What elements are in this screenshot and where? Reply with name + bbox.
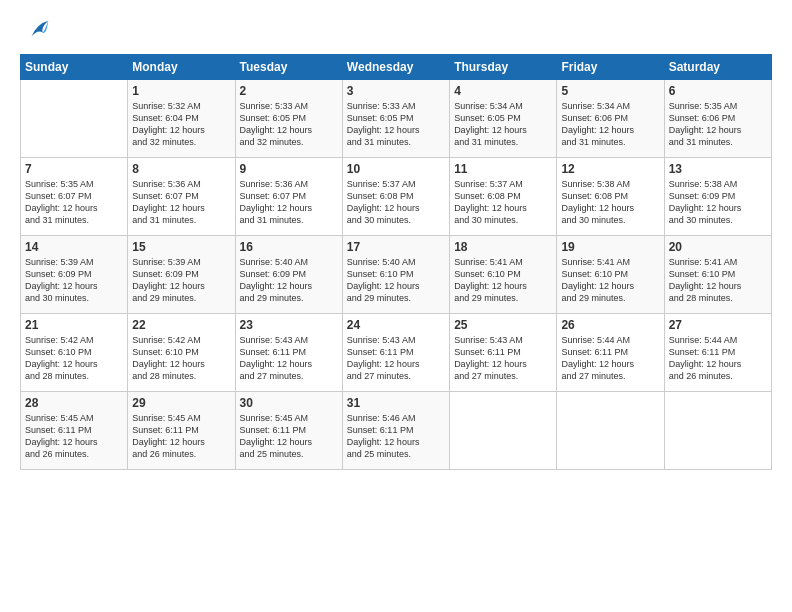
day-number: 8 bbox=[132, 162, 230, 176]
calendar-cell: 21Sunrise: 5:42 AM Sunset: 6:10 PM Dayli… bbox=[21, 314, 128, 392]
cell-info: Sunrise: 5:43 AM Sunset: 6:11 PM Dayligh… bbox=[240, 334, 338, 383]
cell-info: Sunrise: 5:39 AM Sunset: 6:09 PM Dayligh… bbox=[25, 256, 123, 305]
cell-info: Sunrise: 5:44 AM Sunset: 6:11 PM Dayligh… bbox=[669, 334, 767, 383]
cell-info: Sunrise: 5:42 AM Sunset: 6:10 PM Dayligh… bbox=[25, 334, 123, 383]
calendar-cell: 26Sunrise: 5:44 AM Sunset: 6:11 PM Dayli… bbox=[557, 314, 664, 392]
day-number: 10 bbox=[347, 162, 445, 176]
day-number: 26 bbox=[561, 318, 659, 332]
week-row-3: 14Sunrise: 5:39 AM Sunset: 6:09 PM Dayli… bbox=[21, 236, 772, 314]
cell-info: Sunrise: 5:34 AM Sunset: 6:06 PM Dayligh… bbox=[561, 100, 659, 149]
day-number: 11 bbox=[454, 162, 552, 176]
cell-info: Sunrise: 5:40 AM Sunset: 6:10 PM Dayligh… bbox=[347, 256, 445, 305]
day-number: 2 bbox=[240, 84, 338, 98]
calendar-cell: 7Sunrise: 5:35 AM Sunset: 6:07 PM Daylig… bbox=[21, 158, 128, 236]
header-thursday: Thursday bbox=[450, 55, 557, 80]
header-sunday: Sunday bbox=[21, 55, 128, 80]
cell-info: Sunrise: 5:45 AM Sunset: 6:11 PM Dayligh… bbox=[240, 412, 338, 461]
day-number: 1 bbox=[132, 84, 230, 98]
page: SundayMondayTuesdayWednesdayThursdayFrid… bbox=[0, 0, 792, 612]
calendar-cell bbox=[664, 392, 771, 470]
cell-info: Sunrise: 5:41 AM Sunset: 6:10 PM Dayligh… bbox=[669, 256, 767, 305]
cell-info: Sunrise: 5:44 AM Sunset: 6:11 PM Dayligh… bbox=[561, 334, 659, 383]
cell-info: Sunrise: 5:33 AM Sunset: 6:05 PM Dayligh… bbox=[240, 100, 338, 149]
cell-info: Sunrise: 5:36 AM Sunset: 6:07 PM Dayligh… bbox=[132, 178, 230, 227]
calendar-cell: 27Sunrise: 5:44 AM Sunset: 6:11 PM Dayli… bbox=[664, 314, 771, 392]
day-number: 16 bbox=[240, 240, 338, 254]
calendar-cell: 24Sunrise: 5:43 AM Sunset: 6:11 PM Dayli… bbox=[342, 314, 449, 392]
day-number: 21 bbox=[25, 318, 123, 332]
calendar-cell: 20Sunrise: 5:41 AM Sunset: 6:10 PM Dayli… bbox=[664, 236, 771, 314]
calendar-cell: 25Sunrise: 5:43 AM Sunset: 6:11 PM Dayli… bbox=[450, 314, 557, 392]
day-number: 31 bbox=[347, 396, 445, 410]
calendar-cell: 3Sunrise: 5:33 AM Sunset: 6:05 PM Daylig… bbox=[342, 80, 449, 158]
day-number: 30 bbox=[240, 396, 338, 410]
calendar-cell: 23Sunrise: 5:43 AM Sunset: 6:11 PM Dayli… bbox=[235, 314, 342, 392]
day-number: 6 bbox=[669, 84, 767, 98]
cell-info: Sunrise: 5:37 AM Sunset: 6:08 PM Dayligh… bbox=[454, 178, 552, 227]
week-row-1: 1Sunrise: 5:32 AM Sunset: 6:04 PM Daylig… bbox=[21, 80, 772, 158]
cell-info: Sunrise: 5:41 AM Sunset: 6:10 PM Dayligh… bbox=[561, 256, 659, 305]
calendar-cell: 13Sunrise: 5:38 AM Sunset: 6:09 PM Dayli… bbox=[664, 158, 771, 236]
cell-info: Sunrise: 5:45 AM Sunset: 6:11 PM Dayligh… bbox=[25, 412, 123, 461]
calendar-cell: 31Sunrise: 5:46 AM Sunset: 6:11 PM Dayli… bbox=[342, 392, 449, 470]
header-wednesday: Wednesday bbox=[342, 55, 449, 80]
calendar-cell bbox=[557, 392, 664, 470]
calendar-cell: 4Sunrise: 5:34 AM Sunset: 6:05 PM Daylig… bbox=[450, 80, 557, 158]
header bbox=[20, 18, 772, 44]
calendar-cell: 1Sunrise: 5:32 AM Sunset: 6:04 PM Daylig… bbox=[128, 80, 235, 158]
day-number: 24 bbox=[347, 318, 445, 332]
day-number: 28 bbox=[25, 396, 123, 410]
cell-info: Sunrise: 5:33 AM Sunset: 6:05 PM Dayligh… bbox=[347, 100, 445, 149]
header-saturday: Saturday bbox=[664, 55, 771, 80]
calendar-cell: 14Sunrise: 5:39 AM Sunset: 6:09 PM Dayli… bbox=[21, 236, 128, 314]
day-number: 3 bbox=[347, 84, 445, 98]
day-number: 23 bbox=[240, 318, 338, 332]
calendar-cell: 19Sunrise: 5:41 AM Sunset: 6:10 PM Dayli… bbox=[557, 236, 664, 314]
calendar-cell bbox=[21, 80, 128, 158]
calendar-cell: 22Sunrise: 5:42 AM Sunset: 6:10 PM Dayli… bbox=[128, 314, 235, 392]
calendar-cell: 6Sunrise: 5:35 AM Sunset: 6:06 PM Daylig… bbox=[664, 80, 771, 158]
week-row-5: 28Sunrise: 5:45 AM Sunset: 6:11 PM Dayli… bbox=[21, 392, 772, 470]
calendar-cell: 29Sunrise: 5:45 AM Sunset: 6:11 PM Dayli… bbox=[128, 392, 235, 470]
calendar-cell bbox=[450, 392, 557, 470]
day-number: 4 bbox=[454, 84, 552, 98]
cell-info: Sunrise: 5:45 AM Sunset: 6:11 PM Dayligh… bbox=[132, 412, 230, 461]
cell-info: Sunrise: 5:38 AM Sunset: 6:09 PM Dayligh… bbox=[669, 178, 767, 227]
day-number: 9 bbox=[240, 162, 338, 176]
day-number: 25 bbox=[454, 318, 552, 332]
logo-bird-icon bbox=[24, 16, 52, 44]
calendar-cell: 10Sunrise: 5:37 AM Sunset: 6:08 PM Dayli… bbox=[342, 158, 449, 236]
cell-info: Sunrise: 5:40 AM Sunset: 6:09 PM Dayligh… bbox=[240, 256, 338, 305]
cell-info: Sunrise: 5:46 AM Sunset: 6:11 PM Dayligh… bbox=[347, 412, 445, 461]
calendar-cell: 30Sunrise: 5:45 AM Sunset: 6:11 PM Dayli… bbox=[235, 392, 342, 470]
calendar-cell: 5Sunrise: 5:34 AM Sunset: 6:06 PM Daylig… bbox=[557, 80, 664, 158]
cell-info: Sunrise: 5:36 AM Sunset: 6:07 PM Dayligh… bbox=[240, 178, 338, 227]
day-number: 29 bbox=[132, 396, 230, 410]
week-row-2: 7Sunrise: 5:35 AM Sunset: 6:07 PM Daylig… bbox=[21, 158, 772, 236]
cell-info: Sunrise: 5:35 AM Sunset: 6:07 PM Dayligh… bbox=[25, 178, 123, 227]
cell-info: Sunrise: 5:32 AM Sunset: 6:04 PM Dayligh… bbox=[132, 100, 230, 149]
cell-info: Sunrise: 5:37 AM Sunset: 6:08 PM Dayligh… bbox=[347, 178, 445, 227]
day-number: 22 bbox=[132, 318, 230, 332]
day-number: 17 bbox=[347, 240, 445, 254]
cell-info: Sunrise: 5:41 AM Sunset: 6:10 PM Dayligh… bbox=[454, 256, 552, 305]
cell-info: Sunrise: 5:43 AM Sunset: 6:11 PM Dayligh… bbox=[454, 334, 552, 383]
day-number: 5 bbox=[561, 84, 659, 98]
day-number: 15 bbox=[132, 240, 230, 254]
calendar-cell: 17Sunrise: 5:40 AM Sunset: 6:10 PM Dayli… bbox=[342, 236, 449, 314]
calendar-cell: 12Sunrise: 5:38 AM Sunset: 6:08 PM Dayli… bbox=[557, 158, 664, 236]
calendar-cell: 9Sunrise: 5:36 AM Sunset: 6:07 PM Daylig… bbox=[235, 158, 342, 236]
header-monday: Monday bbox=[128, 55, 235, 80]
calendar-cell: 8Sunrise: 5:36 AM Sunset: 6:07 PM Daylig… bbox=[128, 158, 235, 236]
calendar-cell: 16Sunrise: 5:40 AM Sunset: 6:09 PM Dayli… bbox=[235, 236, 342, 314]
calendar-cell: 2Sunrise: 5:33 AM Sunset: 6:05 PM Daylig… bbox=[235, 80, 342, 158]
calendar-table: SundayMondayTuesdayWednesdayThursdayFrid… bbox=[20, 54, 772, 470]
calendar-cell: 28Sunrise: 5:45 AM Sunset: 6:11 PM Dayli… bbox=[21, 392, 128, 470]
calendar-cell: 18Sunrise: 5:41 AM Sunset: 6:10 PM Dayli… bbox=[450, 236, 557, 314]
day-number: 20 bbox=[669, 240, 767, 254]
day-number: 12 bbox=[561, 162, 659, 176]
header-tuesday: Tuesday bbox=[235, 55, 342, 80]
calendar-cell: 15Sunrise: 5:39 AM Sunset: 6:09 PM Dayli… bbox=[128, 236, 235, 314]
cell-info: Sunrise: 5:39 AM Sunset: 6:09 PM Dayligh… bbox=[132, 256, 230, 305]
cell-info: Sunrise: 5:43 AM Sunset: 6:11 PM Dayligh… bbox=[347, 334, 445, 383]
